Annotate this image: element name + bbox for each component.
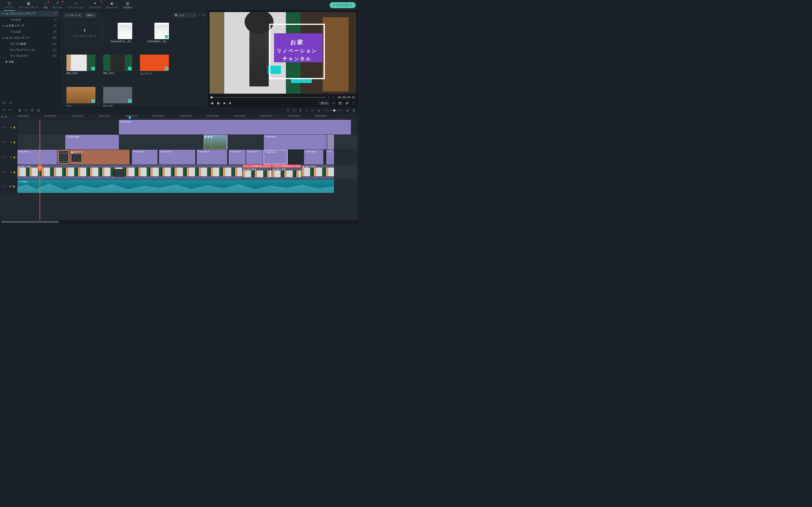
subtitle-button[interactable]: ▭ xyxy=(311,109,314,112)
speed-button[interactable]: ⏱ xyxy=(31,109,34,112)
sidebar-sample-color[interactable]: サンプルカラー(25) xyxy=(0,53,59,59)
tab-effect[interactable]: ✦エフェクト xyxy=(87,0,103,10)
clip-text[interactable]: TMy Text 4 xyxy=(197,150,227,164)
audio-mixer-button[interactable]: ♫ xyxy=(305,109,308,112)
marker-button[interactable]: ⬡ xyxy=(293,109,296,112)
import-media-tile[interactable]: ⬇メディアのインポート xyxy=(66,23,103,43)
in-out-brackets[interactable]: { } xyxy=(328,96,335,99)
adjust-button[interactable]: ☰ xyxy=(37,109,40,112)
track-header-4[interactable]: ▢4👁🔓 xyxy=(0,120,17,134)
clip-audio[interactable]: ♪A Story xyxy=(17,180,334,193)
track-header-audio-1[interactable]: ♪1🔊🔓 xyxy=(0,180,17,193)
preview-display-button[interactable]: ▭ xyxy=(332,101,335,105)
tab-music[interactable]: ♪音楽 xyxy=(41,0,50,10)
clip-text[interactable]: TM… xyxy=(326,150,334,164)
media-item[interactable]: ✓IMG_3917 xyxy=(103,55,132,75)
lock-icon[interactable]: 🔓 xyxy=(13,141,16,144)
clip-text-selected[interactable]: TMy Text 2 xyxy=(263,150,288,164)
media-item[interactable]: ✓51Ztnlb0gXL._AC_ xyxy=(147,23,176,43)
tab-transition[interactable]: ⤳トランジション xyxy=(65,0,87,10)
timeline-scrollbar[interactable] xyxy=(0,220,358,223)
sidebar-sample-video[interactable]: サンプル動画(50) xyxy=(0,41,59,47)
track-4[interactable]: TMy Text 6 xyxy=(17,120,358,134)
track-header-1[interactable]: ▢1👁🔓 xyxy=(0,165,17,179)
export-button[interactable]: ⇧エクスポート xyxy=(329,2,356,8)
sidebar-photo[interactable]: ❋写真 xyxy=(0,59,59,65)
next-frame-button[interactable]: ▮▸ xyxy=(217,101,220,105)
clip-video[interactable]: ▶IMG_3916 xyxy=(17,165,242,179)
clip-text[interactable]: TMy Text 4 xyxy=(246,150,263,164)
clip-image[interactable] xyxy=(327,135,334,150)
lock-icon[interactable]: 🔓 xyxy=(13,156,16,158)
preview-scrubber[interactable] xyxy=(210,97,326,98)
lock-icon[interactable]: 🔓 xyxy=(12,185,15,187)
tab-element[interactable]: ◆エレメント xyxy=(103,0,120,10)
timeline-ruler[interactable]: 00:00:00:0000:00:05:0000:00:10:0000:00:1… xyxy=(17,114,358,120)
sidebar-sample-green[interactable]: サンプルグリーンス…(10) xyxy=(0,47,59,53)
clip-image-stack[interactable]: ▣▣▣ xyxy=(203,135,227,150)
render-button[interactable]: ☀ xyxy=(287,109,290,112)
link-icon[interactable]: ⟲ xyxy=(5,115,7,119)
clip-text[interactable]: TMy Text 4 xyxy=(304,150,323,164)
track-header-2[interactable]: ▢2👁🔓 xyxy=(0,150,17,164)
clip-text[interactable]: TMy Text 4 xyxy=(132,150,158,164)
prev-frame-button[interactable]: ◂▮ xyxy=(210,101,214,105)
preview-viewport[interactable]: お家 リノベーション チャンネル xyxy=(209,12,356,94)
lock-icon[interactable]: 🔓 xyxy=(13,126,16,128)
search-input[interactable] xyxy=(179,14,196,17)
clip-text[interactable]: TMy Text 1 xyxy=(17,150,57,164)
sidebar-sample-media[interactable]: ▾🗀サンプルメディア(85) xyxy=(0,35,59,41)
media-item[interactable]: ✓エンデング xyxy=(140,55,169,75)
clip-video[interactable]: 20.48 x ▾▶IMG_3916 xyxy=(272,165,301,179)
import-dropdown[interactable]: インポート▾ xyxy=(63,12,83,18)
filter-button[interactable]: ⫯ xyxy=(199,13,201,17)
track-1[interactable]: ▶IMG_3916 20.48 x ▾▶IMG_3916 20.48 x ▾▶I… xyxy=(17,165,358,179)
preview-zoom-select[interactable]: 1/2▾ xyxy=(319,101,329,105)
delete-button[interactable]: 🗑 xyxy=(18,109,21,112)
clip-text[interactable]: T本日の作業 xyxy=(65,135,119,150)
clip-video[interactable]: ▶IMG_3916 xyxy=(302,165,334,179)
record-dropdown[interactable]: 録画▾ xyxy=(85,12,96,18)
media-item[interactable]: ✓サム xyxy=(66,87,95,107)
preview-volume-button[interactable]: 🔊 xyxy=(345,101,349,105)
clip-overlay[interactable]: ▣白スケ-6 xyxy=(70,150,130,164)
grid-view-button[interactable]: ⠿ xyxy=(203,13,205,17)
clip-text[interactable]: TMy Text 6 xyxy=(119,120,351,134)
redo-button[interactable]: ↷ xyxy=(8,109,11,112)
split-button[interactable]: ✂ xyxy=(24,109,27,112)
open-folder-button[interactable]: 🗀 xyxy=(8,101,12,105)
lock-icon[interactable]: 🔓 xyxy=(13,171,16,173)
eye-icon[interactable]: 👁 xyxy=(10,141,12,144)
tab-stock-media[interactable]: ▣ストックメディア xyxy=(16,0,41,10)
eye-icon[interactable]: 👁 xyxy=(10,156,12,158)
media-item[interactable]: 51ye3oeRuaL._AC_ xyxy=(110,23,140,43)
sidebar-folder[interactable]: フォルダ(7) xyxy=(0,17,59,23)
fullscreen-button[interactable]: ⛶ xyxy=(352,101,355,105)
eye-icon[interactable]: 👁 xyxy=(10,126,12,128)
sidebar-project-media[interactable]: ▾🗀プロジェクトメディア(7) xyxy=(0,11,59,17)
magnet-icon[interactable]: ⧉ xyxy=(1,115,3,119)
stop-button[interactable]: ■ xyxy=(229,101,231,105)
tab-media[interactable]: 🗀メディア xyxy=(2,0,16,10)
media-item[interactable]: ✓白スケ-6 xyxy=(103,87,132,107)
media-item[interactable]: ✓IMG_3916 xyxy=(66,55,95,75)
timeline-view-button[interactable]: ☰ xyxy=(352,109,355,112)
snapshot-button[interactable]: 📷 xyxy=(338,101,342,105)
play-button[interactable]: ▶ xyxy=(223,101,226,105)
sidebar-shared-media[interactable]: ▾🗀共有メディア(0) xyxy=(0,23,59,29)
voiceover-button[interactable]: 🎙 xyxy=(299,109,302,112)
zoom-out-button[interactable]: ⊖ xyxy=(317,109,320,112)
clip-text[interactable]: TMy Text 4 xyxy=(159,150,195,164)
new-folder-button[interactable]: 🗀₊ xyxy=(2,101,6,105)
track-header-3[interactable]: ▢3👁🔓 xyxy=(0,135,17,150)
track-audio-1[interactable]: ♪A Story xyxy=(17,180,358,193)
tab-split-view[interactable]: ▥分割表示 xyxy=(120,0,135,10)
clip-video[interactable]: 20.48 x ▾▶IMG_3916 xyxy=(243,165,272,179)
search-field[interactable]: 🔍 xyxy=(173,13,197,18)
undo-button[interactable]: ↶ xyxy=(2,109,5,112)
zoom-in-button[interactable]: ⊕ xyxy=(346,109,349,112)
split-handle[interactable] xyxy=(37,165,43,171)
speaker-icon[interactable]: 🔊 xyxy=(9,185,12,187)
track-2[interactable]: TMy Text 1 ▣白スケ-6 TMy Text 4 TMy Text 4 … xyxy=(17,150,358,164)
tab-title[interactable]: Tタイトル xyxy=(50,0,65,10)
